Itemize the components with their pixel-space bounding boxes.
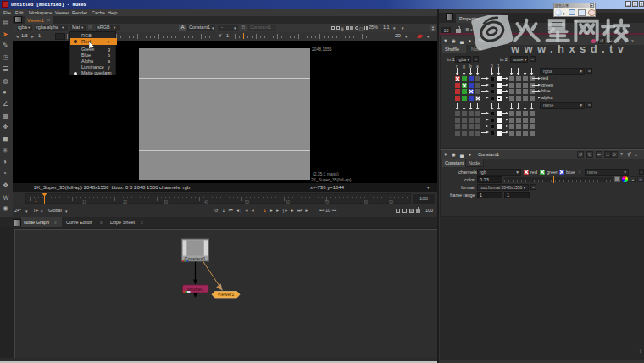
svg-text:Viewer1: Viewer1 bbox=[218, 292, 235, 297]
svg-text:www.hxsd.tv: www.hxsd.tv bbox=[510, 42, 628, 55]
